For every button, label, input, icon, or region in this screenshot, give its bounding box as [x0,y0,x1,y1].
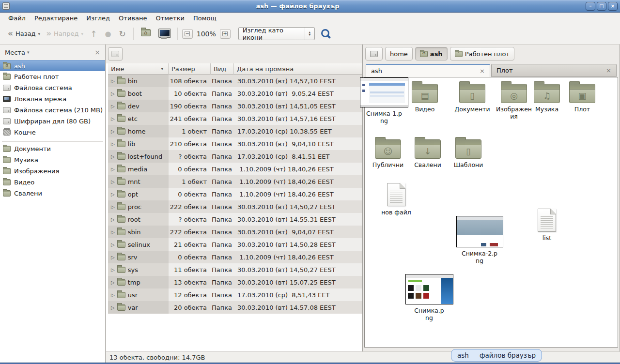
column-header-name[interactable]: Име ▾ [108,63,169,75]
expander-icon[interactable]: ▷ [111,116,115,121]
sidebar-place-item[interactable]: ash [0,60,105,71]
expander-icon[interactable]: ▷ [111,267,115,273]
tree-row[interactable]: ▷ lib 210 обекта Папка 30.03.2010 (вт) 9… [108,137,362,150]
stop-button[interactable]: ● [101,28,115,40]
icon-view-item[interactable]: ▯ Документи [453,84,492,113]
tab-ash[interactable]: ash × [366,64,490,77]
column-header-size[interactable]: Размер [169,63,211,75]
combo-spinner-icon[interactable]: ▴▾ [305,28,314,40]
maximize-button[interactable]: □ [597,2,606,11]
view-mode-select[interactable]: Изглед като икони ▴▾ [238,27,315,40]
expander-icon[interactable]: ▷ [111,242,115,247]
resize-grip[interactable] [618,361,619,362]
breadcrumb-root-button[interactable] [365,47,383,61]
computer-button[interactable] [158,29,170,38]
tree-row[interactable]: ▷ dev 190 обекта Папка 30.03.2010 (вт) 1… [108,100,362,112]
expander-icon[interactable]: ▷ [111,217,115,222]
back-button[interactable]: « Назад ▾ [5,28,43,40]
menu-item[interactable]: Помощ [189,14,221,23]
sidebar-place-item[interactable]: Документи [0,143,105,154]
menu-item[interactable]: Редактиране [30,14,82,23]
tree-row[interactable]: ▷ opt 0 обекта Папка 1.10.2009 (чт) 18,4… [108,188,362,200]
tab-close-icon[interactable]: × [480,67,485,75]
breadcrumb-home-button[interactable]: home [385,47,413,61]
expander-icon[interactable]: ▷ [111,305,115,310]
sidebar-place-item[interactable]: Изображения [0,166,105,177]
expander-icon[interactable]: ▷ [111,255,115,260]
icon-view-item[interactable]: list [520,209,574,242]
tree-row[interactable]: ▷ selinux 21 обекта Папка 30.03.2010 (вт… [108,238,362,251]
tree-row[interactable]: ▷ boot 10 обекта Папка 30.03.2010 (вт) 9… [108,87,362,100]
titlebar[interactable]: ash — файлов браузър – □ × [0,0,620,13]
expander-icon[interactable]: ▷ [111,129,115,134]
tree-row[interactable]: ▷ etc 241 обекта Папка 30.03.2010 (вт) 1… [108,112,362,125]
chevron-down-icon[interactable]: ▾ [27,50,94,55]
expander-icon[interactable]: ▷ [111,292,115,298]
icon-view-item[interactable]: ♫ Музика [527,84,566,113]
tree-row[interactable]: ▷ lost+found ? обекта Папка 17.03.2010 (… [108,150,362,163]
minimize-button[interactable]: – [586,2,595,11]
filesystem-root-button[interactable] [108,47,123,61]
forward-button[interactable]: » Напред ▾ [43,28,86,40]
icon-view-item[interactable]: Снимка-1.png [365,77,403,124]
icon-view-item[interactable]: ▯ Шаблони [449,139,488,168]
expander-icon[interactable]: ▷ [111,78,115,84]
tree-row[interactable]: ▷ srv 0 обекта Папка 1.10.2009 (чт) 18,4… [108,251,362,263]
sidebar-place-item[interactable]: Файлова система (210 MB) [0,105,105,116]
zoom-out-button[interactable]: − [182,29,193,39]
icon-view-item[interactable]: ☺ Публични [369,139,407,168]
icon-view-item[interactable]: ↓ Свалени [408,139,447,168]
breadcrumb-desktop-button[interactable]: Работен плот [450,47,514,61]
expander-icon[interactable]: ▷ [111,179,115,184]
close-button[interactable]: × [608,2,618,11]
tree-row[interactable]: ▷ home 1 обект Папка 17.03.2010 (ср) 10,… [108,125,362,137]
sidebar-place-item[interactable]: Шифриран дял (80 GB) [0,116,105,127]
menu-item[interactable]: Отиване [114,14,151,23]
up-button[interactable]: ↑ [86,27,101,41]
icon-grid[interactable]: ▤ Видео ▯ Документи [364,77,618,348]
tree-row[interactable]: ▷ bin 108 обекта Папка 30.03.2010 (вт) 1… [108,75,362,87]
expander-icon[interactable]: ▷ [111,91,115,96]
tree-row[interactable]: ▷ sbin 272 обекта Папка 30.03.2010 (вт) … [108,226,362,238]
sidebar-place-item[interactable]: Кошче [0,127,105,138]
breadcrumb-ash-button[interactable]: ash [415,47,448,61]
sidebar-header-select[interactable]: Места [5,49,25,56]
sidebar-place-item[interactable]: Локална мрежа [0,93,105,105]
expander-icon[interactable]: ▷ [111,280,115,285]
expander-icon[interactable]: ▷ [111,141,115,147]
tree-row[interactable]: ▷ root ? обекта Папка 30.03.2010 (вт) 14… [108,213,362,226]
tree-row[interactable]: ▷ media 0 обекта Папка 1.10.2009 (чт) 18… [108,163,362,175]
column-header-date[interactable]: Дата на промяна [234,63,362,75]
home-button[interactable]: ⌂ [137,27,155,40]
icon-view-item[interactable]: ▣ Плот [563,84,602,113]
tree-row[interactable]: ▷ sys 11 обекта Папка 30.03.2010 (вт) 14… [108,263,362,276]
back-dropdown-icon[interactable]: ▾ [38,31,41,36]
tab-plot[interactable]: Плот × [491,64,617,77]
search-button[interactable] [321,29,331,39]
expander-icon[interactable]: ▷ [111,154,115,159]
tree-row[interactable]: ▷ proc 222 обекта Папка 30.03.2010 (вт) … [108,200,362,213]
icon-view-item[interactable]: Снимка.png [405,274,453,321]
tree-row[interactable]: ▷ usr 12 обекта Папка 17.03.2010 (ср) 8,… [108,288,362,301]
tree-row[interactable]: ▷ mnt 1 обект Папка 1.10.2009 (чт) 18,40… [108,175,362,188]
sidebar-place-item[interactable]: Свалени [0,188,105,199]
expander-icon[interactable]: ▷ [111,104,115,109]
menu-item[interactable]: Изглед [82,14,114,23]
expander-icon[interactable]: ▷ [111,167,115,172]
sidebar-place-item[interactable]: Музика [0,154,105,166]
icon-view-item[interactable]: ▤ Видео [405,84,444,113]
menu-item[interactable]: Файл [4,14,30,23]
expander-icon[interactable]: ▷ [111,204,115,210]
tree-row[interactable]: ▷ var 20 обекта Папка 30.03.2010 (вт) 14… [108,301,362,314]
menu-item[interactable]: Отметки [151,14,188,23]
expander-icon[interactable]: ▷ [111,229,115,235]
column-header-type[interactable]: Вид [211,63,234,75]
icon-view-item[interactable]: Снимка-2.png [460,216,499,264]
sidebar-place-item[interactable]: Работен плот [0,71,105,82]
expander-icon[interactable]: ▷ [111,192,115,197]
sidebar-place-item[interactable]: Файлова система [0,82,105,93]
reload-button[interactable]: ↻ [115,27,129,41]
tab-close-icon[interactable]: × [606,67,611,74]
sidebar-close-icon[interactable]: × [94,48,100,56]
sidebar-place-item[interactable]: Видео [0,177,105,188]
